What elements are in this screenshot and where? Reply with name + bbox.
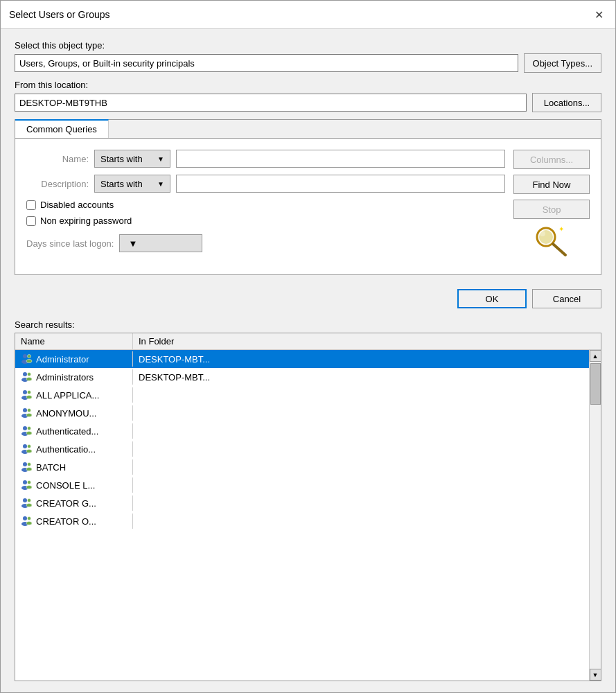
svg-point-11 bbox=[28, 373, 31, 376]
svg-point-7 bbox=[28, 355, 31, 358]
name-starts-with-label: Starts with bbox=[100, 154, 143, 164]
disabled-accounts-checkbox[interactable] bbox=[26, 200, 36, 210]
tab-common-queries[interactable]: Common Queries bbox=[15, 119, 109, 138]
svg-point-20 bbox=[26, 414, 32, 417]
result-cell-folder bbox=[133, 484, 589, 486]
svg-point-23 bbox=[28, 427, 31, 430]
result-cell-name: CREATOR O... bbox=[15, 514, 133, 529]
days-since-label: Days since last logon: bbox=[26, 238, 114, 249]
name-starts-with-dropdown[interactable]: Starts with ▼ bbox=[94, 150, 170, 168]
result-row-name: CREATOR O... bbox=[36, 516, 96, 527]
result-cell-folder bbox=[133, 394, 589, 396]
description-query-row: Description: Starts with ▼ bbox=[26, 175, 505, 193]
cancel-button[interactable]: Cancel bbox=[532, 289, 601, 308]
result-row-name: BATCH bbox=[36, 462, 66, 473]
result-cell-name: ALL APPLICA... bbox=[15, 387, 133, 403]
results-list: AdministratorDESKTOP-MBT... Administrato… bbox=[15, 350, 589, 681]
svg-point-37 bbox=[23, 498, 27, 502]
days-since-row: Days since last logon: ▼ bbox=[26, 234, 505, 252]
result-cell-name: CONSOLE L... bbox=[15, 477, 133, 493]
col-header-folder: In Folder bbox=[133, 333, 589, 349]
result-row[interactable]: CREATOR O... bbox=[15, 512, 589, 530]
name-text-input[interactable] bbox=[176, 150, 505, 168]
tab-header: Common Queries bbox=[15, 120, 601, 139]
result-cell-name: BATCH bbox=[15, 459, 133, 475]
ok-button[interactable]: OK bbox=[457, 289, 527, 308]
result-row-name: CONSOLE L... bbox=[36, 480, 95, 491]
days-since-dropdown[interactable]: ▼ bbox=[119, 234, 202, 252]
svg-point-24 bbox=[26, 432, 32, 435]
description-starts-with-label: Starts with bbox=[100, 179, 143, 189]
close-button[interactable]: ✕ bbox=[590, 6, 607, 23]
description-text-input[interactable] bbox=[176, 175, 505, 193]
columns-button[interactable]: Columns... bbox=[513, 150, 590, 169]
user-group-icon bbox=[21, 479, 33, 491]
svg-point-5 bbox=[23, 354, 27, 358]
result-row-name: Authenticated... bbox=[36, 426, 98, 437]
user-group-icon bbox=[21, 443, 33, 455]
locations-button[interactable]: Locations... bbox=[532, 93, 601, 112]
object-types-button[interactable]: Object Types... bbox=[524, 53, 601, 73]
user-group-icon bbox=[21, 371, 33, 383]
result-row[interactable]: ALL APPLICA... bbox=[15, 386, 589, 404]
result-row[interactable]: ANONYMOU... bbox=[15, 404, 589, 422]
name-dropdown-arrow: ▼ bbox=[157, 155, 164, 163]
svg-point-28 bbox=[26, 450, 32, 453]
svg-point-3 bbox=[540, 231, 545, 236]
result-cell-folder bbox=[133, 502, 589, 505]
result-cell-folder bbox=[133, 412, 589, 414]
user-group-icon bbox=[21, 497, 33, 509]
svg-point-31 bbox=[28, 463, 31, 466]
from-location-input[interactable] bbox=[15, 94, 527, 112]
svg-point-9 bbox=[23, 372, 27, 376]
user-group-icon bbox=[21, 389, 33, 401]
result-row[interactable]: Authenticatio... bbox=[15, 440, 589, 458]
svg-point-21 bbox=[23, 426, 27, 430]
queries-right: Columns... Find Now Stop bbox=[513, 150, 590, 263]
scrollbar-down-button[interactable]: ▼ bbox=[590, 669, 601, 681]
svg-point-16 bbox=[26, 396, 32, 399]
result-cell-folder bbox=[133, 448, 589, 450]
non-expiring-checkbox[interactable] bbox=[26, 216, 36, 226]
svg-point-25 bbox=[23, 444, 27, 448]
dialog-title: Select Users or Groups bbox=[9, 9, 110, 20]
result-row-name: CREATOR G... bbox=[36, 498, 96, 509]
days-dropdown-arrow: ▼ bbox=[128, 238, 137, 249]
svg-point-35 bbox=[28, 481, 31, 484]
user-group-icon bbox=[21, 425, 33, 437]
from-location-label: From this location: bbox=[15, 80, 601, 90]
result-row[interactable]: CREATOR G... bbox=[15, 494, 589, 512]
svg-text:✦: ✦ bbox=[558, 225, 564, 233]
tab-content: Name: Starts with ▼ Description: Starts bbox=[15, 139, 601, 274]
svg-point-40 bbox=[26, 504, 32, 507]
svg-point-41 bbox=[23, 516, 27, 520]
description-dropdown-arrow: ▼ bbox=[157, 180, 164, 188]
stop-button[interactable]: Stop bbox=[513, 200, 590, 219]
result-row[interactable]: BATCH bbox=[15, 458, 589, 476]
find-now-button[interactable]: Find Now bbox=[513, 175, 590, 194]
object-type-input[interactable] bbox=[15, 54, 518, 72]
scrollbar-track[interactable]: ▲ ▼ bbox=[589, 350, 601, 681]
result-row-name: Authenticatio... bbox=[36, 444, 96, 455]
svg-point-33 bbox=[23, 480, 27, 484]
select-users-groups-dialog: Select Users or Groups ✕ Select this obj… bbox=[0, 0, 616, 693]
result-row[interactable]: CONSOLE L... bbox=[15, 476, 589, 494]
result-row[interactable]: Authenticated... bbox=[15, 422, 589, 440]
results-header: Name In Folder bbox=[15, 333, 601, 350]
result-cell-folder: DESKTOP-MBT... bbox=[133, 371, 589, 384]
ok-cancel-row: OK Cancel bbox=[15, 283, 601, 319]
scrollbar-thumb[interactable] bbox=[590, 363, 601, 405]
svg-point-43 bbox=[28, 517, 31, 520]
scrollbar-up-button[interactable]: ▲ bbox=[590, 350, 601, 362]
svg-line-2 bbox=[553, 244, 565, 255]
result-row-name: ALL APPLICA... bbox=[36, 390, 99, 401]
result-row-name: ANONYMOU... bbox=[36, 408, 96, 419]
svg-point-12 bbox=[26, 378, 32, 381]
result-row[interactable]: AdministratorsDESKTOP-MBT... bbox=[15, 368, 589, 386]
result-cell-name: CREATOR G... bbox=[15, 495, 133, 511]
result-row-name: Administrator bbox=[36, 354, 89, 365]
result-row[interactable]: AdministratorDESKTOP-MBT... bbox=[15, 350, 589, 368]
result-cell-name: Administrators bbox=[15, 369, 133, 385]
svg-point-8 bbox=[26, 360, 32, 363]
description-starts-with-dropdown[interactable]: Starts with ▼ bbox=[94, 175, 170, 193]
